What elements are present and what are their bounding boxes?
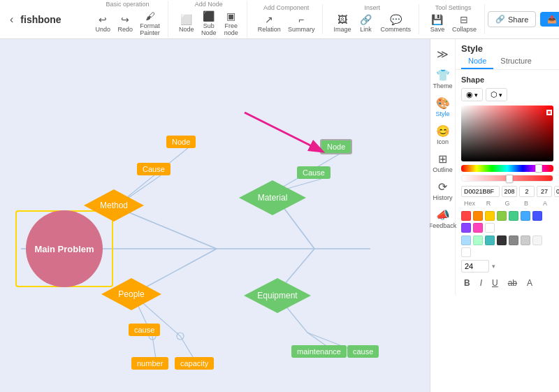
export-button[interactable]: 📤 Export [540,12,559,27]
redo-button[interactable]: ↪ Redo [115,13,135,34]
tab-structure[interactable]: Structure [493,54,539,69]
collapse-button[interactable]: ⊟ Collapse [450,13,479,34]
material-node[interactable]: Material [238,179,307,214]
a-input[interactable] [554,186,559,197]
b-input[interactable] [537,186,552,197]
save-button[interactable]: 💾 Save [428,13,447,34]
swatch-orange[interactable] [473,211,483,221]
redo-icon: ↪ [121,14,129,25]
color-picker-handle [546,110,552,115]
format-painter-icon: 🖌 [145,10,155,22]
canvas[interactable]: Main Problem Method Material People [0,39,430,392]
swatch-lime[interactable] [497,211,507,221]
swatch-gray[interactable] [509,235,518,245]
toolbar-group-add-component: Add Component ↗ Relation ⌐ Summary [250,4,324,34]
cause-bot2[interactable]: cause [347,345,379,358]
node-top2[interactable]: Node [320,139,352,154]
swatch-purple[interactable] [461,223,471,233]
swatch-green[interactable] [509,211,518,221]
link-button[interactable]: 🔗 Link [356,13,375,34]
swatch-red[interactable] [461,211,471,221]
g-input[interactable] [519,186,535,197]
italic-button[interactable]: I [477,277,485,289]
font-color-button[interactable]: A [524,277,535,289]
node-button[interactable]: ⬜ Node [177,13,196,34]
panel-sidebar: ≫ 👕 Theme 🎨 Style 😊 Icon ⊞ Outline [430,39,559,295]
cause-top1[interactable]: Cause [137,163,170,175]
cause-bot1[interactable]: cause [129,324,160,336]
relation-button[interactable]: ↗ Relation [256,13,283,34]
swatch-off-white[interactable] [532,235,542,245]
a-label: A [537,200,553,207]
r-input[interactable] [502,186,517,197]
share-button[interactable]: 🔗 Share [488,11,536,27]
image-icon: 🖼 [337,14,347,25]
hex-input[interactable] [461,186,500,197]
swatch-light-gray[interactable] [521,235,530,245]
cause-top2[interactable]: Cause [297,166,331,179]
feedback-button[interactable]: 📣 Feedback [431,205,455,232]
swatch-dark[interactable] [497,235,507,245]
summary-button[interactable]: ⌐ Summary [286,13,317,34]
outline-button[interactable]: ⊞ Outline [431,150,455,176]
tool-settings-label: Tool Settings [435,4,472,11]
outline-icon: ⊞ [438,152,447,166]
hue-slider[interactable] [461,165,553,172]
swatch-blue[interactable] [532,211,542,221]
undo-icon: ↩ [99,14,107,25]
tab-node[interactable]: Node [461,54,493,69]
comments-icon: 💬 [390,14,402,25]
font-format-row: B I U ab A [461,277,553,289]
people-node[interactable]: People [100,277,163,312]
swatch-light-blue[interactable] [461,235,471,245]
swatch-light-green[interactable] [473,235,483,245]
swatch-teal[interactable] [485,235,495,245]
swatch-white[interactable] [485,223,495,233]
swatch-pink[interactable] [473,223,483,233]
back-button[interactable]: ‹ [6,12,17,27]
people-label: People [118,289,145,299]
theme-icon: 👕 [436,68,450,82]
export-icon: 📤 [547,15,557,24]
right-panel: ≫ 👕 Theme 🎨 Style 😊 Icon ⊞ Outline [430,39,559,392]
node-top1[interactable]: Node [166,136,196,148]
number-node[interactable]: number [131,357,168,370]
strikethrough-button[interactable]: ab [505,277,520,289]
bold-button[interactable]: B [461,277,473,289]
equipment-node[interactable]: Equipment [242,277,312,312]
expand-panel-button[interactable]: ≫ [431,45,455,64]
swatch-sky[interactable] [521,211,530,221]
maintenance-node[interactable]: maintenance [291,345,347,358]
opacity-slider[interactable] [461,175,553,182]
history-button[interactable]: ⟳ History [431,177,455,204]
font-size-input[interactable] [461,260,489,273]
font-size-row: ▾ [461,260,553,273]
theme-button[interactable]: 👕 Theme [431,66,455,92]
free-node-button[interactable]: ▣ Free node [222,9,241,38]
swatch-white2[interactable] [461,247,471,257]
style-button[interactable]: 🎨 Style [431,94,455,120]
fill-icon: ◉ [466,90,473,99]
font-size-dropdown-icon: ▾ [492,263,495,270]
undo-button[interactable]: ↩ Undo [93,13,112,34]
add-node-label: Add Node [195,1,223,8]
underline-button[interactable]: U [489,277,501,289]
svg-line-27 [245,112,321,151]
comments-button[interactable]: 💬 Comments [378,13,413,34]
border-color-button[interactable]: ⬡ ▾ [486,88,507,101]
header: ‹ fishbone Basic operation ↩ Undo ↪ Redo… [0,0,559,39]
method-node[interactable]: Method [82,188,145,223]
collapse-icon: ⊟ [460,14,468,25]
capacity-node[interactable]: capacity [175,357,214,370]
color-gradient-area[interactable] [461,106,553,161]
image-button[interactable]: 🖼 Image [331,13,353,34]
swatch-yellow[interactable] [485,211,495,221]
sub-node-button[interactable]: ⬛ Sub Node [199,9,219,38]
format-painter-button[interactable]: 🖌 Format Painter [138,9,162,38]
fill-color-button[interactable]: ◉ ▾ [461,88,483,101]
color-labels: Hex R G B A [461,200,553,207]
toolbar-group-insert: Insert 🖼 Image 🔗 Link 💬 Comments [326,4,419,34]
equipment-label: Equipment [257,291,298,300]
icon-button[interactable]: 😊 Icon [431,122,455,148]
border-dropdown-icon: ▾ [499,92,502,99]
